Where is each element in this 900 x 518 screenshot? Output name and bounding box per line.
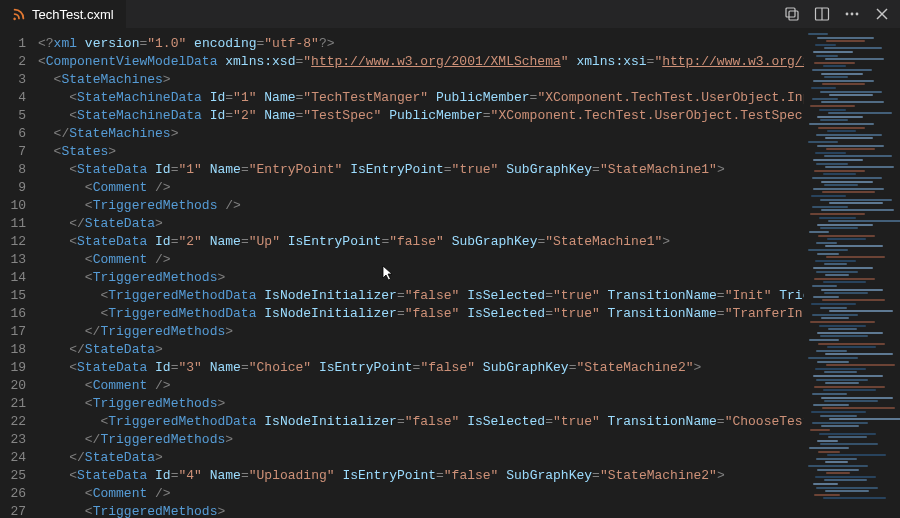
line-number: 7 [0, 143, 38, 161]
code-line[interactable]: <TriggeredMethodData IsNodeInitializer="… [38, 305, 804, 323]
line-number: 4 [0, 89, 38, 107]
code-line[interactable]: </TriggeredMethods> [38, 431, 804, 449]
code-line[interactable]: <TriggeredMethods /> [38, 197, 804, 215]
code-line[interactable]: <?xml version="1.0" encoding="utf-8"?> [38, 35, 804, 53]
code-area[interactable]: <?xml version="1.0" encoding="utf-8"?><C… [38, 29, 804, 518]
line-number: 10 [0, 197, 38, 215]
line-number-gutter: 1234567891011121314151617181920212223242… [0, 29, 38, 518]
more-actions-icon[interactable] [844, 6, 860, 22]
line-number: 12 [0, 233, 38, 251]
line-number: 5 [0, 107, 38, 125]
line-number: 8 [0, 161, 38, 179]
line-number: 3 [0, 71, 38, 89]
line-number: 27 [0, 503, 38, 518]
line-number: 26 [0, 485, 38, 503]
code-line[interactable]: <States> [38, 143, 804, 161]
code-line[interactable]: <StateData Id="4" Name="Uploading" IsEnt… [38, 467, 804, 485]
editor-actions [784, 6, 900, 22]
editor: 1234567891011121314151617181920212223242… [0, 29, 900, 518]
code-line[interactable]: <StateMachineData Id="2" Name="TestSpec"… [38, 107, 804, 125]
code-line[interactable]: <Comment /> [38, 179, 804, 197]
line-number: 14 [0, 269, 38, 287]
code-line[interactable]: <Comment /> [38, 251, 804, 269]
line-number: 13 [0, 251, 38, 269]
svg-point-4 [846, 13, 849, 16]
line-number: 21 [0, 395, 38, 413]
line-number: 2 [0, 53, 38, 71]
code-line[interactable]: </StateData> [38, 215, 804, 233]
code-line[interactable]: <StateData Id="1" Name="EntryPoint" IsEn… [38, 161, 804, 179]
open-changes-icon[interactable] [784, 6, 800, 22]
svg-point-5 [851, 13, 854, 16]
code-line[interactable]: <TriggeredMethodData IsNodeInitializer="… [38, 287, 804, 305]
line-number: 23 [0, 431, 38, 449]
line-number: 11 [0, 215, 38, 233]
line-number: 16 [0, 305, 38, 323]
code-line[interactable]: <TriggeredMethods> [38, 503, 804, 518]
line-number: 17 [0, 323, 38, 341]
code-line[interactable]: </TriggeredMethods> [38, 323, 804, 341]
tab-bar: TechTest.cxml [0, 0, 900, 29]
line-number: 1 [0, 35, 38, 53]
line-number: 19 [0, 359, 38, 377]
tab-active[interactable]: TechTest.cxml [0, 0, 126, 28]
code-line[interactable]: <StateMachines> [38, 71, 804, 89]
code-line[interactable]: <Comment /> [38, 485, 804, 503]
minimap[interactable] [804, 29, 900, 518]
tab-filename: TechTest.cxml [32, 7, 114, 22]
code-line[interactable]: <TriggeredMethodData IsNodeInitializer="… [38, 413, 804, 431]
tabs: TechTest.cxml [0, 0, 126, 28]
code-line[interactable]: </StateData> [38, 341, 804, 359]
code-line[interactable]: <StateData Id="3" Name="Choice" IsEntryP… [38, 359, 804, 377]
code-line[interactable]: </StateData> [38, 449, 804, 467]
svg-rect-0 [786, 8, 795, 17]
code-line[interactable]: </StateMachines> [38, 125, 804, 143]
svg-rect-1 [789, 11, 798, 20]
code-line[interactable]: <Comment /> [38, 377, 804, 395]
line-number: 20 [0, 377, 38, 395]
svg-point-6 [856, 13, 859, 16]
line-number: 25 [0, 467, 38, 485]
line-number: 6 [0, 125, 38, 143]
code-line[interactable]: <TriggeredMethods> [38, 269, 804, 287]
code-line[interactable]: <StateMachineData Id="1" Name="TechTestM… [38, 89, 804, 107]
close-icon[interactable] [874, 6, 890, 22]
line-number: 18 [0, 341, 38, 359]
line-number: 22 [0, 413, 38, 431]
line-number: 24 [0, 449, 38, 467]
rss-icon [12, 7, 26, 21]
line-number: 9 [0, 179, 38, 197]
code-line[interactable]: <TriggeredMethods> [38, 395, 804, 413]
line-number: 15 [0, 287, 38, 305]
code-line[interactable]: <StateData Id="2" Name="Up" IsEntryPoint… [38, 233, 804, 251]
split-editor-icon[interactable] [814, 6, 830, 22]
code-line[interactable]: <ComponentViewModelData xmlns:xsd="http:… [38, 53, 804, 71]
